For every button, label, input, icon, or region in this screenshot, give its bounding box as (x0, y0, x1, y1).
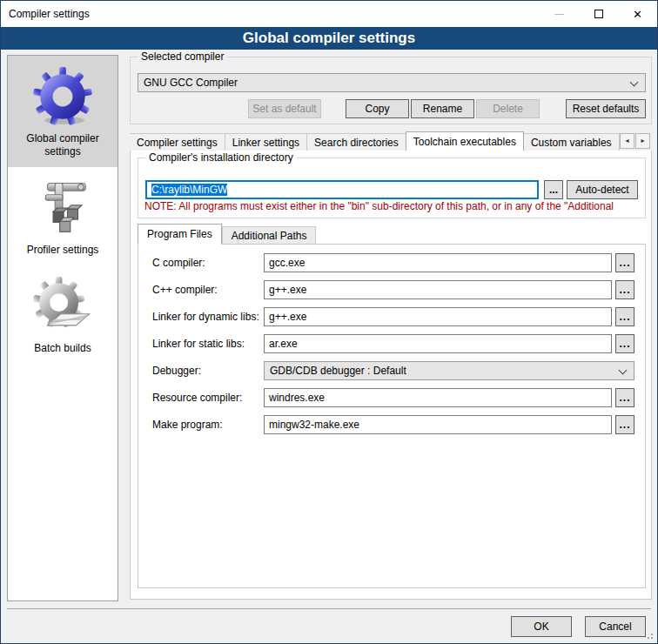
sidebar-item-label: Profiler settings (8, 244, 118, 265)
maximize-button[interactable] (579, 1, 618, 27)
linker-dynamic-browse-button[interactable]: ... (615, 307, 634, 326)
close-icon: ✕ (633, 9, 642, 20)
c-compiler-label: C compiler: (152, 253, 205, 272)
debugger-select-value: GDB/CDB debugger : Default (270, 365, 406, 377)
maximize-icon (594, 10, 603, 18)
resource-compiler-label: Resource compiler: (152, 388, 242, 407)
installation-directory-value: C:\raylib\MinGW (151, 184, 227, 196)
debugger-select[interactable]: GDB/CDB debugger : Default (264, 361, 634, 380)
linker-dynamic-row: Linker for dynamic libs: g++.exe ... (138, 307, 645, 326)
copy-button[interactable]: Copy (346, 99, 409, 118)
c-compiler-input[interactable]: gcc.exe (264, 253, 612, 272)
tab-program-files[interactable]: Program Files (138, 224, 222, 245)
auto-detect-button[interactable]: Auto-detect (567, 180, 638, 199)
cpp-compiler-row: C++ compiler: g++.exe ... (138, 280, 645, 299)
compiler-settings-dialog: Compiler settings ✕ Global compiler sett… (0, 0, 658, 644)
linker-static-browse-button[interactable]: ... (615, 334, 634, 353)
cpp-compiler-input[interactable]: g++.exe (264, 280, 612, 299)
reset-defaults-button[interactable]: Reset defaults (566, 99, 646, 118)
sidebar-item-label: Batch builds (8, 342, 118, 364)
c-compiler-browse-button[interactable]: ... (615, 253, 634, 272)
debugger-label: Debugger: (152, 361, 201, 380)
installation-directory-browse-button[interactable]: ... (544, 180, 563, 199)
tab-search-directories[interactable]: Search directories (307, 133, 406, 151)
resize-grip[interactable] (645, 631, 654, 640)
selected-compiler-group: Selected compiler GNU GCC Compiler Set a… (130, 57, 652, 124)
resource-compiler-browse-button[interactable]: ... (615, 388, 634, 407)
debugger-row: Debugger: GDB/CDB debugger : Default (138, 361, 645, 380)
gray-gear-stack-icon (32, 276, 93, 337)
linker-static-input[interactable]: ar.exe (264, 334, 612, 353)
titlebar: Compiler settings ✕ (1, 1, 657, 27)
window-title: Compiler settings (1, 8, 540, 20)
blue-gear-icon (32, 66, 93, 127)
tab-scroll-left-icon[interactable]: ◂ (620, 133, 634, 149)
make-program-label: Make program: (152, 415, 223, 434)
make-program-input[interactable]: mingw32-make.exe (264, 415, 612, 434)
bin-subdirectory-note: NOTE: All programs must exist either in … (144, 200, 646, 213)
linker-static-row: Linker for static libs: ar.exe ... (138, 334, 645, 353)
page-title: Global compiler settings (1, 27, 657, 50)
installation-directory-input[interactable]: C:\raylib\MinGW (145, 180, 539, 199)
make-program-browse-button[interactable]: ... (615, 415, 634, 434)
installation-directory-group-label: Compiler's installation directory (145, 151, 297, 164)
program-files-page: C compiler: gcc.exe ... C++ compiler: g+… (138, 244, 646, 588)
settings-tabstrip: Compiler settingsLinker settingsSearch d… (130, 131, 652, 151)
delete-button[interactable]: Delete (476, 99, 540, 118)
compiler-select-value: GNU GCC Compiler (144, 77, 238, 89)
c-compiler-row: C compiler: gcc.exe ... (138, 253, 645, 272)
sidebar-item-batch-builds[interactable]: Batch builds (8, 265, 118, 364)
chevron-down-icon (630, 78, 639, 87)
dialog-content: Global compiler settings (1, 50, 657, 643)
cpp-compiler-label: C++ compiler: (152, 280, 218, 299)
resource-compiler-input[interactable]: windres.exe (264, 388, 612, 407)
rename-button[interactable]: Rename (411, 99, 474, 118)
tab-linker-settings[interactable]: Linker settings (225, 133, 307, 151)
tab-additional-paths[interactable]: Additional Paths (222, 226, 317, 245)
tab-compiler-settings[interactable]: Compiler settings (130, 133, 225, 151)
set-as-default-button[interactable]: Set as default (248, 99, 321, 118)
settings-category-list: Global compiler settings (7, 55, 118, 601)
program-tabs: Program FilesAdditional Paths (138, 224, 316, 245)
sidebar-item-label: Global compiler settings (8, 132, 118, 167)
sidebar-item-global-compiler-settings[interactable]: Global compiler settings (8, 56, 118, 167)
tab-toolchain-executables[interactable]: Toolchain executables (406, 131, 524, 151)
sidebar-item-profiler-settings[interactable]: Profiler settings (8, 167, 118, 265)
compiler-select[interactable]: GNU GCC Compiler (138, 73, 646, 92)
selected-compiler-group-label: Selected compiler (138, 50, 227, 63)
linker-dynamic-input[interactable]: g++.exe (264, 307, 612, 326)
chevron-down-icon (619, 366, 628, 375)
toolchain-executables-page: Compiler's installation directory C:\ray… (130, 151, 652, 600)
make-program-row: Make program: mingw32-make.exe ... (138, 415, 645, 434)
caliper-icon (32, 178, 93, 238)
minimize-icon (554, 14, 564, 15)
minimize-button[interactable] (540, 1, 579, 27)
ok-button[interactable]: OK (511, 616, 572, 637)
cpp-compiler-browse-button[interactable]: ... (615, 280, 634, 299)
close-button[interactable]: ✕ (618, 1, 657, 27)
linker-static-label: Linker for static libs: (152, 334, 245, 353)
linker-dynamic-label: Linker for dynamic libs: (152, 307, 259, 326)
tab-custom-variables[interactable]: Custom variables (524, 133, 620, 151)
cancel-button[interactable]: Cancel (585, 616, 646, 637)
footer-divider (7, 608, 651, 609)
resource-compiler-row: Resource compiler: windres.exe ... (138, 388, 645, 407)
tab-scroll-right-icon[interactable]: ▸ (635, 133, 650, 149)
